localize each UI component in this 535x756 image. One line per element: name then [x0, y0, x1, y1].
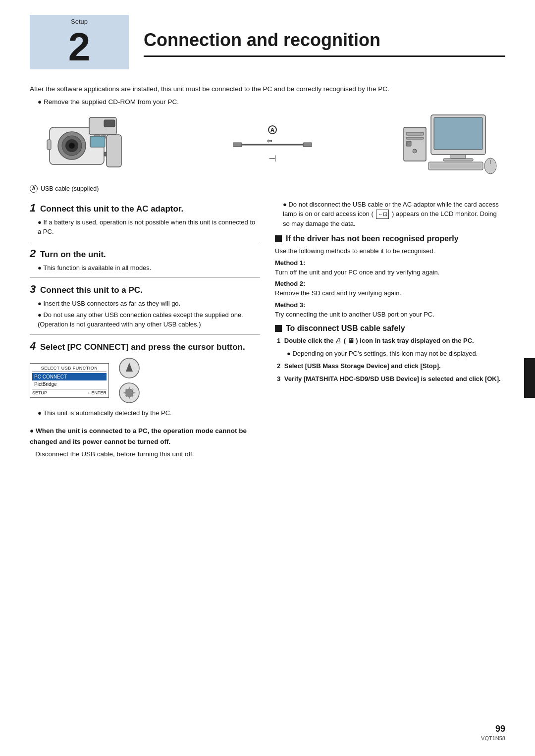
step3-bullet2: Do not use any other USB connection cabl… [38, 310, 260, 329]
model-code: VQT1N58 [481, 735, 505, 741]
disconnect-step1: 1 Double click the 🖨 ( 🖥 ) icon in task … [275, 336, 505, 358]
warning-normal-text: Disconnect the USB cable, before turning… [30, 449, 260, 460]
main-content: After the software applications are inst… [0, 74, 535, 475]
left-column: 1 Connect this unit to the AC adaptor. I… [30, 200, 260, 465]
step1-bullet1: If a battery is used, operation is not p… [38, 217, 260, 237]
svg-rect-13 [47, 140, 51, 150]
step3-heading: 3 Connect this unit to a PC. [30, 283, 260, 296]
method3-heading: Method 3: [275, 301, 505, 309]
card-access-icon: ←⊡ [376, 210, 389, 219]
page-footer: 99 VQT1N58 [481, 724, 505, 741]
svg-rect-16 [303, 143, 312, 147]
screen-title: SELECT USB FUNCTION [32, 366, 107, 372]
step3-bullet1: Insert the USB connectors as far as they… [38, 299, 260, 309]
black-square-icon [275, 235, 282, 242]
nav-up-circle-icon [119, 358, 140, 378]
chapter-number: 2 [68, 27, 91, 67]
disconnect-step3-text: 3 Verify [MATSHITA HDC-SD9/SD USB Device… [277, 374, 505, 384]
step2-divider [30, 277, 260, 278]
disconnect-section-heading: To disconnect USB cable safely [275, 324, 505, 333]
note-block: Do not disconnect the USB cable or the A… [275, 200, 505, 229]
circle-a-label: A [30, 185, 38, 193]
label-a-circle: A [268, 125, 277, 134]
method2-heading: Method 2: [275, 280, 505, 287]
disconnect-black-square [275, 325, 282, 332]
step4-bullets: This unit is automatically detected by t… [30, 408, 260, 418]
nav-ok-circle-icon [119, 382, 140, 403]
step3-bullets: Insert the USB connectors as far as they… [30, 299, 260, 329]
svg-rect-25 [406, 141, 411, 146]
chapter-block: Setup 2 [30, 15, 129, 69]
svg-rect-11 [90, 136, 105, 147]
chapter-title-block: Connection and recognition [129, 15, 505, 57]
right-edge-tab [524, 358, 535, 398]
method2-text: Remove the SD card and try verifying aga… [275, 288, 505, 298]
intro-bullet: Remove the supplied CD-ROM from your PC. [38, 97, 505, 107]
svg-rect-23 [406, 132, 424, 135]
intro-paragraph: After the software applications are inst… [30, 84, 505, 94]
step2-block: 2 Turn on the unit. This function is ava… [30, 247, 260, 273]
step2-bullet1: This function is available in all modes. [38, 263, 260, 273]
step1-bullets: If a battery is used, operation is not p… [30, 217, 260, 237]
step4-heading: 4 Select [PC CONNECT] and press the curs… [30, 340, 260, 353]
if-driver-heading-text: If the driver has not been recognised pr… [286, 234, 459, 243]
svg-rect-12 [104, 120, 115, 127]
step3-divider [30, 334, 260, 335]
step1-block: 1 Connect this unit to the AC adaptor. I… [30, 202, 260, 237]
screen-footer-right: ←ENTER [87, 390, 107, 395]
disconnect-step3: 3 Verify [MATSHITA HDC-SD9/SD USB Device… [275, 374, 505, 384]
svg-rect-21 [443, 159, 473, 161]
step3-number: 3 [30, 283, 36, 295]
disconnect-step1-text: 1 Double click the 🖨 ( 🖥 ) icon in task … [277, 336, 505, 346]
warning-bold-text: ● When the unit is connected to a PC, th… [30, 426, 260, 447]
svg-text:⇦: ⇦ [267, 137, 272, 145]
usb-cable-diagram: A ⇦ ⊣ [144, 125, 401, 164]
svg-point-5 [69, 143, 75, 149]
warning-bold-content: When the unit is connected to a PC, the … [30, 427, 247, 445]
chapter-title: Connection and recognition [144, 30, 505, 57]
svg-rect-28 [430, 163, 482, 168]
camcorder-illustration [35, 112, 144, 177]
nav-icons [119, 358, 140, 403]
step2-title: Turn on the unit. [40, 250, 106, 259]
step4-title: Select [PC CONNECT] and press the cursor… [40, 342, 245, 352]
connection-diagram: A ⇦ ⊣ [30, 112, 505, 177]
usb-symbol: ⊣ [268, 153, 276, 164]
step4-block: 4 Select [PC CONNECT] and press the curs… [30, 340, 260, 418]
method1-heading: Method 1: [275, 259, 505, 267]
method1-text: Turn off the unit and your PC once and t… [275, 268, 505, 277]
right-column: Do not disconnect the USB cable or the A… [275, 200, 505, 465]
if-driver-section-heading: If the driver has not been recognised pr… [275, 234, 505, 243]
usb-cable-note: A USB cable (supplied) [30, 185, 505, 193]
disconnect-step2-text: 2 Select [USB Mass Storage Device] and c… [277, 361, 505, 371]
step1-divider [30, 242, 260, 242]
screen-item-pictbridge: PictBridge [32, 380, 107, 388]
step2-bullets: This function is available in all modes. [30, 263, 260, 273]
svg-rect-10 [107, 135, 121, 167]
disconnect-heading-text: To disconnect USB cable safely [286, 324, 405, 333]
two-column-layout: 1 Connect this unit to the AC adaptor. I… [30, 200, 505, 465]
svg-rect-14 [233, 143, 242, 147]
screen-footer-left: SETUP [32, 390, 47, 395]
pc-illustration [401, 112, 500, 177]
svg-rect-24 [406, 137, 424, 139]
svg-rect-19 [434, 117, 482, 150]
disconnect-step1-subbullet: Depending on your PC's settings, this ic… [287, 349, 505, 359]
screen-footer: SETUP ←ENTER [32, 389, 107, 395]
method3-text: Try connecting the unit to another USB p… [275, 310, 505, 320]
setup-label: Setup [71, 18, 88, 25]
disconnect-step2: 2 Select [USB Mass Storage Device] and c… [275, 361, 505, 371]
page-header: Setup 2 Connection and recognition [0, 0, 535, 69]
step4-bullet1: This unit is automatically detected by t… [38, 408, 260, 418]
step4-number: 4 [30, 340, 36, 352]
note-text: Do not disconnect the USB cable or the A… [283, 200, 505, 229]
step1-heading: 1 Connect this unit to the AC adaptor. [30, 202, 260, 215]
svg-rect-20 [451, 155, 466, 159]
warning-section: ● When the unit is connected to a PC, th… [30, 426, 260, 460]
svg-point-26 [413, 149, 417, 153]
step3-title: Connect this unit to a PC. [40, 285, 143, 295]
usb-cable-svg: ⇦ [233, 137, 312, 152]
page-number: 99 [495, 724, 505, 734]
step3-block: 3 Connect this unit to a PC. Insert the … [30, 283, 260, 329]
step1-title: Connect this unit to the AC adaptor. [40, 204, 183, 214]
